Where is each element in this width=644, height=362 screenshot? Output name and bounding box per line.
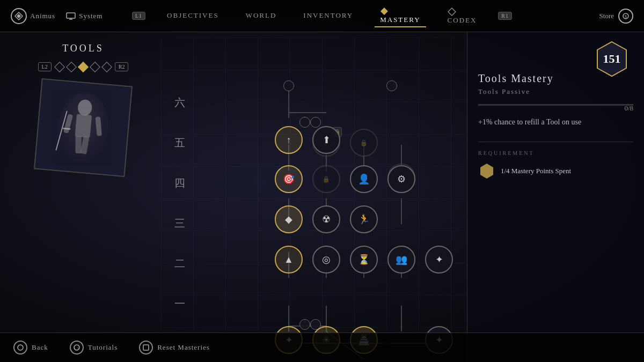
row-label-1: 一: [174, 297, 185, 311]
animus-label: Animus: [30, 12, 55, 20]
progress-bar-container: 0/8: [478, 104, 633, 106]
circle-icon: [17, 344, 24, 351]
node-row5-small-2: [310, 117, 321, 128]
mastery-diamond-icon: [380, 7, 389, 16]
node-row3-col1[interactable]: ◆: [275, 205, 303, 233]
req-hex-icon: [478, 162, 495, 180]
svg-marker-1: [17, 14, 21, 18]
skill-tree-panel: 🔒 🔒 🔒 ↑ ⬆ 🔒 🎯 🔒 👤: [166, 32, 467, 362]
reset-icon: [142, 344, 150, 351]
tutorials-btn-icon: L3: [70, 341, 84, 354]
reset-masteries-label: Reset Masteries: [157, 343, 210, 352]
requirement-item: 1/4 Mastery Points Spent: [478, 162, 633, 180]
system-nav-item[interactable]: System: [66, 12, 103, 20]
objectives-badge-label: L1: [132, 12, 145, 20]
world-nav-item[interactable]: World: [240, 9, 282, 22]
node-row6-lock-2[interactable]: 🔒: [350, 129, 378, 157]
tier-dot-5[interactable]: [101, 62, 112, 72]
skill-description: +1% chance to refill a Tool on use: [478, 116, 633, 128]
reset-masteries-button[interactable]: Reset Masteries: [139, 341, 210, 354]
skill-subtitle: Tools Passive: [478, 87, 633, 96]
back-button[interactable]: Back: [13, 341, 48, 354]
node-row4-col4[interactable]: ⚙: [387, 165, 415, 193]
mastery-number: 151: [603, 52, 621, 66]
codex-badge: R1: [498, 12, 512, 20]
progress-bar-bg: [478, 104, 633, 106]
animus-icon: [11, 8, 27, 24]
svg-marker-39: [480, 164, 493, 179]
tier-selector: L2 R2: [38, 62, 129, 71]
top-navigation: Animus System L1 Objectives World Invent…: [0, 0, 644, 32]
node-row5-col2[interactable]: ⬆: [312, 126, 340, 154]
svg-marker-5: [380, 8, 388, 15]
svg-text:$: $: [625, 14, 627, 19]
node-row1-small-1: [299, 319, 310, 330]
system-icon: [66, 12, 76, 20]
nav-left-group: Animus System: [11, 8, 103, 24]
svg-rect-2: [67, 13, 75, 18]
node-row2-col5[interactable]: ✦: [425, 246, 453, 274]
svg-marker-6: [448, 8, 456, 16]
tier-dot-4[interactable]: [90, 62, 100, 72]
node-row5-small-1: [299, 117, 310, 128]
node-row2-col2[interactable]: ◎: [312, 246, 340, 274]
character-card: [34, 78, 133, 177]
back-label: Back: [32, 343, 48, 352]
row-label-6: 六: [174, 95, 185, 110]
svg-line-17: [63, 128, 70, 129]
store-icon: $: [618, 9, 633, 24]
node-row3-col3[interactable]: 🏃: [350, 205, 378, 233]
nav-center-group: L1 Objectives World Inventory Mastery Co…: [132, 4, 512, 27]
row-label-4: 四: [174, 176, 185, 190]
codex-nav-item[interactable]: Codex: [442, 5, 482, 27]
codex-badge-label: R1: [498, 12, 512, 20]
row-label-2: 二: [174, 256, 185, 271]
node-row5-col1[interactable]: ↑: [275, 126, 303, 154]
svg-rect-43: [143, 345, 149, 350]
tutorials-label: Tutorials: [88, 343, 118, 352]
right-panel: 151 Tools Mastery Tools Passive 0/8 +1% …: [467, 32, 644, 362]
tier-dot-3-filled[interactable]: [78, 62, 89, 72]
character-silhouette: [48, 85, 119, 171]
requirement-hex: [478, 162, 495, 180]
mastery-nav-item[interactable]: Mastery: [375, 4, 426, 27]
bottom-bar: Back L3 Tutorials Reset Masteries: [0, 333, 644, 362]
tier-badge-left: L2: [38, 62, 52, 71]
objectives-badge: L1: [132, 12, 145, 20]
svg-rect-11: [75, 114, 92, 137]
back-btn-icon: [13, 341, 27, 354]
node-row4-col3[interactable]: 👤: [350, 165, 378, 193]
objectives-nav-item[interactable]: Objectives: [162, 9, 224, 22]
node-row4-col2[interactable]: 🔒: [312, 165, 340, 193]
svg-text:L3: L3: [74, 346, 79, 351]
requirement-label: REQUIREMENT: [478, 142, 633, 156]
node-row3-col2[interactable]: ☢: [312, 205, 340, 233]
tier-dot-1[interactable]: [54, 62, 65, 72]
progress-text: 0/8: [624, 104, 633, 113]
node-row2-col3[interactable]: ⏳: [350, 246, 378, 274]
inventory-nav-item[interactable]: Inventory: [298, 9, 358, 22]
left-panel: TOOLS L2 R2: [0, 32, 166, 362]
node-row6-small-2: [386, 80, 397, 91]
node-row6-small-1: [283, 80, 294, 91]
node-row2-col4[interactable]: 👥: [387, 246, 415, 274]
store-label: Store: [599, 12, 614, 20]
mastery-counter: 151: [593, 40, 631, 78]
node-row4-col1[interactable]: 🎯: [275, 165, 303, 193]
requirement-text: 1/4 Mastery Points Spent: [501, 167, 571, 175]
system-label: System: [79, 12, 103, 20]
svg-point-40: [18, 345, 23, 350]
node-row2-col1[interactable]: ▲: [275, 246, 303, 274]
nodes-area: 🔒 🔒 🔒 ↑ ⬆ 🔒 🎯 🔒 👤: [193, 75, 456, 359]
store-nav-item[interactable]: Store $: [599, 9, 633, 24]
svg-rect-12: [76, 136, 82, 153]
tier-badge-right: R2: [115, 62, 129, 71]
tutorials-button[interactable]: L3 Tutorials: [70, 341, 118, 354]
character-card-inner: [34, 78, 133, 177]
codex-diamond-icon: [448, 8, 456, 16]
row-label-5: 五: [174, 136, 185, 150]
tier-dot-2[interactable]: [66, 62, 77, 72]
animus-nav-item[interactable]: Animus: [11, 8, 55, 24]
reset-btn-icon: [139, 341, 153, 354]
section-title: TOOLS: [62, 43, 104, 54]
